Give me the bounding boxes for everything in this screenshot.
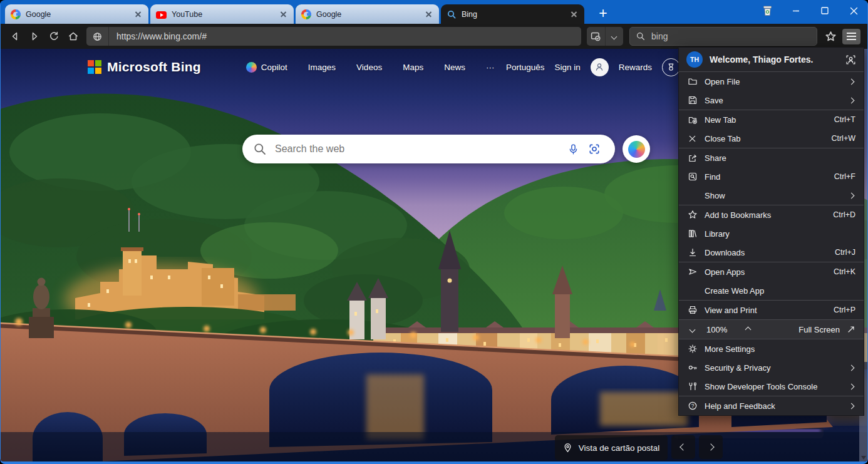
forward-button[interactable] <box>24 27 44 46</box>
menu-item-new-tab[interactable]: New Tab Ctrl+T <box>679 110 864 129</box>
toolbar-search[interactable] <box>629 27 817 46</box>
person-icon <box>594 62 604 72</box>
maximize-icon <box>821 7 829 14</box>
bing-nav-videos[interactable]: Videos <box>356 63 382 72</box>
tab-bing-active[interactable]: Bing <box>441 4 584 24</box>
microphone-icon <box>567 143 579 155</box>
menu-item-downloads[interactable]: Downloads Ctrl+J <box>679 243 864 262</box>
full-screen-label[interactable]: Full Screen <box>798 325 840 334</box>
paper-plane-icon <box>687 267 698 277</box>
bing-nav-more[interactable]: ··· <box>486 63 495 72</box>
chevron-right-icon <box>847 98 855 103</box>
scroll-down-arrow-icon[interactable] <box>861 456 866 460</box>
menu-item-close-tab[interactable]: Close Tab Ctrl+W <box>679 129 864 148</box>
printer-icon <box>687 305 698 316</box>
full-screen-icon[interactable] <box>847 325 855 334</box>
home-icon <box>68 31 79 42</box>
bookmark-star-button[interactable] <box>820 27 840 46</box>
menu-item-open-apps[interactable]: Open Apps Ctrl+K <box>679 262 864 281</box>
google-favicon <box>301 9 311 19</box>
chevron-right-icon <box>847 193 855 198</box>
copilot-button[interactable] <box>623 135 650 163</box>
minimize-button[interactable] <box>787 2 805 19</box>
next-image-button[interactable] <box>699 435 723 459</box>
previous-image-button[interactable] <box>671 435 695 459</box>
tab-google-1[interactable]: Google <box>5 4 148 24</box>
bing-nav-images[interactable]: Images <box>308 63 336 72</box>
search-icon <box>636 31 646 41</box>
back-button[interactable] <box>5 27 24 46</box>
star-icon <box>687 210 698 220</box>
menu-item-security-privacy[interactable]: Security & Privacy <box>679 358 864 377</box>
voice-search-button[interactable] <box>562 138 584 160</box>
menu-item-create-web-app[interactable]: Create Web App <box>679 281 864 300</box>
bing-nav-news[interactable]: News <box>444 63 465 72</box>
toolbar-search-input[interactable] <box>650 31 811 42</box>
save-page-dropdown[interactable] <box>605 27 624 46</box>
recycle-bin-button[interactable] <box>758 2 777 19</box>
chevron-right-icon <box>847 366 855 370</box>
new-tab-button[interactable]: + <box>594 4 612 23</box>
nav-toolbar <box>0 24 868 49</box>
menu-item-developer-tools[interactable]: Show Developer Tools Console <box>679 377 864 396</box>
floppy-icon <box>687 95 698 106</box>
bing-nav-copilot[interactable]: Copilot <box>246 62 287 73</box>
bing-search-input[interactable] <box>274 143 562 155</box>
menu-item-share[interactable]: Share <box>679 148 864 167</box>
tab-close-icon[interactable] <box>425 10 433 19</box>
menu-item-show[interactable]: Show <box>679 186 864 205</box>
close-icon <box>687 133 698 144</box>
url-input[interactable] <box>109 27 581 46</box>
sign-in-avatar[interactable] <box>591 58 609 76</box>
chevron-right-icon <box>707 443 714 450</box>
empty-icon-slot <box>687 286 698 296</box>
menu-item-save[interactable]: Save <box>679 91 864 110</box>
menu-item-more-settings[interactable]: More Settings <box>679 339 864 358</box>
tab-close-icon[interactable] <box>279 10 288 19</box>
tab-close-icon[interactable] <box>134 10 143 19</box>
app-menu-button[interactable] <box>842 29 860 44</box>
back-icon <box>9 31 21 42</box>
url-bar[interactable] <box>86 27 581 46</box>
reload-button[interactable] <box>44 27 63 46</box>
menu-item-view-and-print[interactable]: View and Print Ctrl+P <box>679 301 864 319</box>
site-globe-icon[interactable] <box>86 27 109 46</box>
zoom-out-chevron[interactable] <box>687 324 698 335</box>
gear-icon <box>687 344 698 354</box>
sign-in-label[interactable]: Sign in <box>554 63 580 72</box>
recycle-bin-icon <box>762 4 773 17</box>
tab-title: Bing <box>462 10 570 19</box>
chevron-left-icon <box>679 443 686 450</box>
svg-text:?: ? <box>691 403 694 409</box>
home-button[interactable] <box>63 27 83 46</box>
bing-logo[interactable]: Microsoft Bing <box>88 59 201 75</box>
visual-search-button[interactable] <box>584 138 605 160</box>
menu-zoom-row: 100% Full Screen <box>679 320 864 339</box>
menu-item-find[interactable]: Find Ctrl+F <box>679 167 864 186</box>
close-window-button[interactable] <box>844 2 863 19</box>
tab-youtube[interactable]: YouTube <box>150 4 294 24</box>
tab-google-2[interactable]: Google <box>296 4 439 24</box>
empty-icon-slot <box>687 190 698 201</box>
menu-profile-header[interactable]: TH Welcome, Thiago Fortes. <box>679 48 864 71</box>
bing-header-right: Português Sign in Rewards <box>506 56 680 78</box>
zoom-in-chevron[interactable] <box>743 324 753 335</box>
google-favicon <box>11 9 21 19</box>
switch-profile-icon[interactable] <box>845 54 856 65</box>
menu-item-help-feedback[interactable]: ? Help and Feedback <box>679 396 864 415</box>
page-check-button[interactable] <box>587 27 605 46</box>
language-label[interactable]: Português <box>506 63 545 72</box>
rewards-trophy-icon[interactable] <box>662 58 680 76</box>
tab-title: Google <box>26 10 134 19</box>
postcard-view-button[interactable]: Vista de cartão postal <box>555 435 668 460</box>
bing-nav-maps[interactable]: Maps <box>403 63 423 72</box>
minimize-icon <box>792 7 800 14</box>
bing-search-box[interactable] <box>242 135 615 163</box>
maximize-button[interactable] <box>815 2 834 19</box>
find-icon <box>687 172 698 182</box>
rewards-label[interactable]: Rewards <box>619 63 652 72</box>
menu-item-open-file[interactable]: Open File <box>679 72 864 91</box>
tab-close-icon[interactable] <box>570 10 579 19</box>
menu-item-library[interactable]: Library <box>679 224 864 243</box>
menu-item-add-to-bookmarks[interactable]: Add to Bookmarks Ctrl+D <box>679 205 864 224</box>
